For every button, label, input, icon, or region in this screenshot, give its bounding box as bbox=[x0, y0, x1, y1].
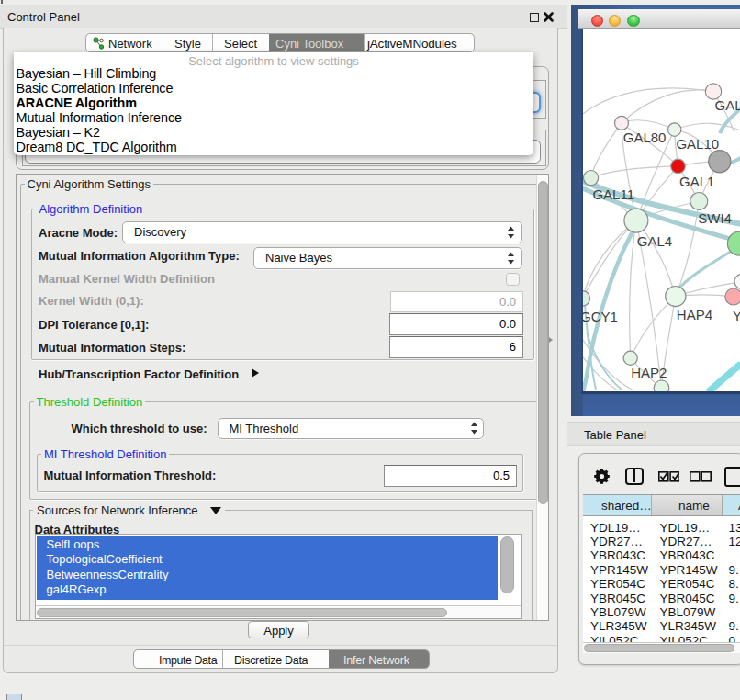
svg-text:GAL11: GAL11 bbox=[592, 186, 634, 202]
svg-text:HAP4: HAP4 bbox=[677, 306, 712, 322]
svg-text:GAL80: GAL80 bbox=[623, 130, 667, 145]
svg-text:GAL1: GAL1 bbox=[679, 174, 714, 189]
svg-text:GAL7: GAL7 bbox=[715, 97, 740, 113]
svg-text:HAP2: HAP2 bbox=[631, 365, 667, 380]
svg-text:GAL4: GAL4 bbox=[637, 232, 672, 248]
svg-text:GCY1: GCY1 bbox=[583, 308, 618, 323]
svg-text:GAL10: GAL10 bbox=[676, 136, 719, 152]
svg-text:SWI4: SWI4 bbox=[698, 210, 732, 226]
svg-text:YMR: YMR bbox=[733, 307, 740, 322]
